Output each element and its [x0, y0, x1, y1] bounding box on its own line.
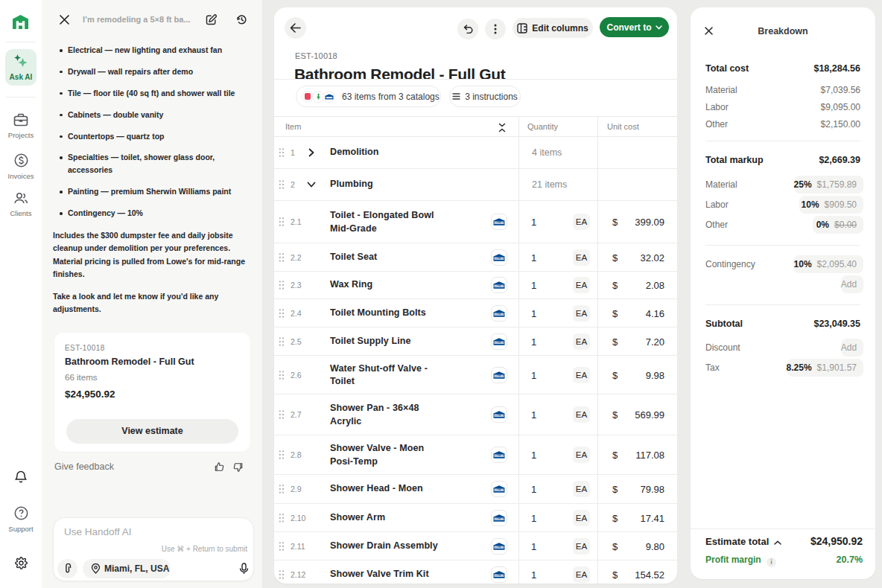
svg-text:LOWE’S: LOWE’S	[495, 488, 504, 491]
svg-text:LOWE’S: LOWE’S	[495, 517, 504, 520]
svg-text:LOWE’S: LOWE’S	[495, 221, 504, 224]
svg-text:LOWE’S: LOWE’S	[495, 341, 504, 344]
svg-text:LOWE’S: LOWE’S	[495, 454, 504, 457]
svg-text:LOWE’S: LOWE’S	[495, 414, 504, 417]
svg-text:LOWE’S: LOWE’S	[495, 313, 504, 316]
svg-text:LOWE’S: LOWE’S	[495, 284, 504, 287]
svg-text:LOWE’S: LOWE’S	[495, 257, 504, 260]
svg-text:LOWE’S: LOWE’S	[495, 374, 504, 377]
svg-text:LOWE’S: LOWE’S	[495, 574, 504, 577]
svg-text:LOWE’S: LOWE’S	[495, 546, 504, 549]
